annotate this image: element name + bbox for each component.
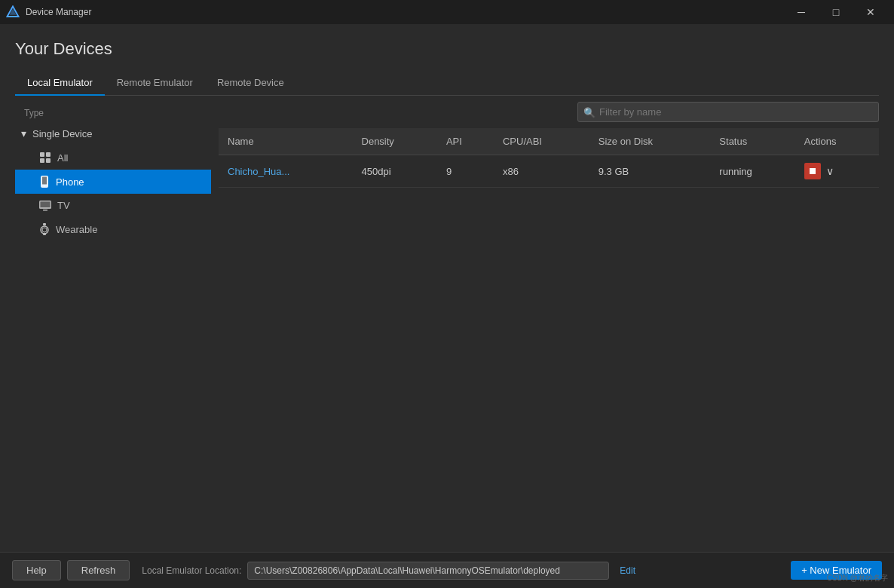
cell-actions: ∨ [795,155,879,188]
tab-local-emulator[interactable]: Local Emulator [15,71,105,96]
edit-location-link[interactable]: Edit [620,565,635,576]
col-status: Status [710,128,794,155]
filter-input-wrap: 🔍 [577,102,879,122]
device-table: Name Density API CPU/ABI Size on Disk St… [219,128,879,188]
footer: Help Refresh Local Emulator Location: Ed… [0,552,894,588]
col-density: Density [353,128,437,155]
phone-icon [39,176,50,188]
location-label: Local Emulator Location: [142,565,241,576]
help-button[interactable]: Help [12,560,61,580]
tv-icon [39,201,51,211]
svg-point-13 [42,228,47,232]
tab-bar: Local Emulator Remote Emulator Remote De… [15,71,879,96]
device-name-link[interactable]: Chicho_Hua... [228,166,289,177]
chevron-down-icon: ▾ [21,127,26,139]
wearable-icon [39,223,50,235]
sidebar-group-label: Single Device [32,128,93,139]
table-row: Chicho_Hua... 450dpi 9 x86 9.3 GB runnin… [219,155,879,188]
sidebar-item-wearable-label: Wearable [56,224,97,235]
sidebar-item-tv-label: TV [57,200,70,211]
col-actions: Actions [795,128,879,155]
refresh-button[interactable]: Refresh [67,560,130,580]
title-bar: Device Manager ─ □ ✕ [0,0,894,24]
main-panel: 🔍 Name Density API CPU/ABI Size on Disk [211,96,879,588]
filter-input[interactable] [577,102,879,122]
sidebar-item-all-label: All [57,152,68,164]
maximize-button[interactable]: □ [819,0,853,24]
cell-api: 9 [437,155,494,188]
sidebar-item-tv[interactable]: TV [15,194,211,217]
window-controls: ─ □ ✕ [784,0,888,24]
body-area: Type ▾ Single Device All [15,96,879,588]
sidebar-item-all[interactable]: All [15,145,211,170]
svg-rect-3 [46,152,51,157]
stop-action-button[interactable] [804,163,821,179]
new-emulator-button[interactable]: + New Emulator [791,561,882,580]
close-button[interactable]: ✕ [853,0,888,24]
svg-rect-4 [40,158,44,163]
sidebar-item-phone[interactable]: Phone [15,170,211,194]
svg-rect-7 [42,177,47,185]
col-size-on-disk: Size on Disk [589,128,711,155]
cell-cpu-abi: x86 [494,155,589,188]
location-path-input[interactable] [247,562,609,580]
cell-density: 450dpi [353,155,437,188]
search-icon: 🔍 [583,106,595,118]
cell-status: running [710,155,794,188]
svg-rect-2 [40,152,44,157]
cell-name: Chicho_Hua... [219,155,353,188]
actions-dropdown-button[interactable]: ∨ [826,165,834,177]
svg-rect-10 [41,201,51,207]
col-api: API [437,128,494,155]
tab-remote-emulator[interactable]: Remote Emulator [105,71,205,96]
col-name: Name [219,128,353,155]
app-title: Device Manager [26,7,91,17]
svg-rect-5 [46,158,51,163]
svg-point-8 [44,185,45,187]
title-bar-left: Device Manager [6,5,91,19]
page-title: Your Devices [15,39,879,59]
svg-rect-14 [43,223,46,225]
svg-rect-15 [43,233,46,235]
table-header-row: Name Density API CPU/ABI Size on Disk St… [219,128,879,155]
svg-rect-16 [810,168,816,174]
main-content: Your Devices Local Emulator Remote Emula… [0,24,894,588]
table-wrap: Name Density API CPU/ABI Size on Disk St… [219,128,879,588]
col-cpu-abi: CPU/ABI [494,128,589,155]
tab-remote-device[interactable]: Remote Device [205,71,296,96]
sidebar-item-wearable[interactable]: Wearable [15,217,211,241]
cell-size-on-disk: 9.3 GB [589,155,711,188]
sidebar-type-label: Type [15,105,211,121]
filter-bar: 🔍 [219,96,879,128]
svg-rect-11 [43,210,47,211]
sidebar-item-phone-label: Phone [56,176,84,188]
sidebar: Type ▾ Single Device All [15,96,211,588]
minimize-button[interactable]: ─ [784,0,819,24]
app-logo-icon [6,5,20,19]
all-icon [39,152,51,164]
sidebar-group-single-device: ▾ Single Device [15,121,211,145]
